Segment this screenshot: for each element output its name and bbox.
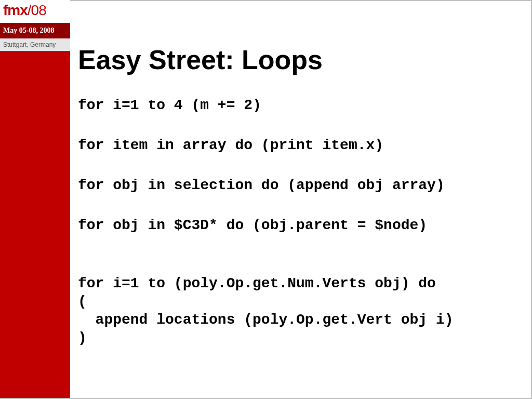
code-line-4: for obj in $C3D* do (obj.parent = $node) xyxy=(78,216,522,234)
code-line-5a: for i=1 to (poly.Op.get.Num.Verts obj) d… xyxy=(78,275,436,291)
slide: fmx/08 May 05-08, 2008 Stuttgart, German… xyxy=(0,0,532,399)
logo-prefix: fmx xyxy=(3,2,28,18)
code-line-5b: ( xyxy=(78,294,87,310)
code-block-5: for i=1 to (poly.Op.get.Num.Verts obj) d… xyxy=(78,256,522,347)
logo-block: fmx/08 xyxy=(0,0,70,24)
content-area: Easy Street: Loops for i=1 to 4 (m += 2)… xyxy=(78,44,522,347)
border-top xyxy=(70,0,532,1)
date-bar: May 05-08, 2008 xyxy=(0,23,70,38)
code-line-1: for i=1 to 4 (m += 2) xyxy=(78,96,522,114)
code-line-5d: ) xyxy=(78,330,87,346)
logo-text: fmx/08 xyxy=(3,2,46,19)
location-bar: Stuttgart, Germany xyxy=(0,38,70,51)
slide-title: Easy Street: Loops xyxy=(78,44,522,75)
code-line-2: for item in array do (print item.x) xyxy=(78,136,522,154)
logo-year: /08 xyxy=(28,2,46,18)
sidebar: fmx/08 May 05-08, 2008 Stuttgart, German… xyxy=(0,0,70,399)
code-line-5c: append locations (poly.Op.get.Vert obj i… xyxy=(78,312,454,328)
code-line-3: for obj in selection do (append obj arra… xyxy=(78,176,522,194)
